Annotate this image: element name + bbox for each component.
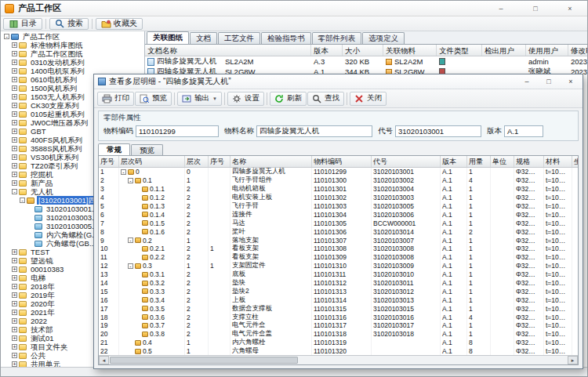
bom-row[interactable]: 9-0.21落地支架11010130731020103007A.11Φ32…t=… bbox=[99, 236, 578, 245]
expand-icon[interactable]: + bbox=[12, 146, 17, 151]
close-button[interactable]: × bbox=[564, 5, 575, 13]
doc-column-header[interactable]: 文档名称 bbox=[145, 45, 311, 56]
expand-icon[interactable]: + bbox=[12, 301, 17, 306]
tree-item[interactable]: +标准物料库图纸 bbox=[2, 41, 144, 49]
scroll-left-icon[interactable]: ◄ bbox=[99, 356, 109, 364]
scrollbar-thumb[interactable] bbox=[110, 357, 298, 364]
bom-column-header[interactable]: 规格 bbox=[514, 156, 544, 167]
print-button[interactable]: 打印 bbox=[97, 92, 134, 106]
expand-icon[interactable]: + bbox=[12, 68, 17, 74]
expand-icon[interactable]: + bbox=[12, 51, 17, 56]
expand-icon[interactable]: + bbox=[12, 137, 17, 143]
expand-icon[interactable]: + bbox=[12, 318, 17, 324]
settings-button[interactable]: 设置 bbox=[227, 92, 264, 106]
dialog-minimize-button[interactable]: – bbox=[522, 78, 532, 85]
expand-icon[interactable]: + bbox=[12, 327, 17, 332]
bom-column-header[interactable]: 代号 bbox=[372, 156, 441, 167]
material-code-field[interactable]: 110101299 bbox=[136, 125, 219, 137]
bom-row[interactable]: 100.2.121看板支架11010130831020103008A.11Φ32… bbox=[99, 245, 578, 253]
version-field[interactable]: A.1 bbox=[504, 125, 543, 137]
expand-icon[interactable]: + bbox=[12, 292, 17, 298]
tree-item[interactable]: +0310发动机系列 bbox=[2, 58, 144, 67]
bom-row[interactable]: 140.3.22垫块11010131231020103011A.11Φ32…t=… bbox=[99, 279, 578, 288]
bom-column-header[interactable]: 序号 bbox=[209, 156, 230, 167]
bom-row[interactable]: 12-0.311支架固定件11010131031020103009A.11Φ32… bbox=[99, 262, 578, 270]
dialog-tab[interactable]: 预览 bbox=[131, 144, 163, 155]
expand-icon[interactable]: + bbox=[12, 266, 17, 272]
dialog-close-button[interactable]: × bbox=[566, 78, 575, 85]
maximize-button[interactable]: □ bbox=[530, 5, 541, 13]
collapse-icon[interactable]: - bbox=[128, 178, 133, 183]
dialog-tab[interactable]: 常规 bbox=[98, 143, 130, 155]
expand-icon[interactable]: + bbox=[12, 180, 17, 186]
dialog-maximize-button[interactable]: □ bbox=[544, 78, 554, 85]
expand-icon[interactable]: + bbox=[12, 77, 17, 82]
bom-row[interactable]: 170.3.52数据盒支撑板11010131531020103015A.11Φ3… bbox=[99, 304, 578, 313]
expand-icon[interactable]: + bbox=[12, 172, 17, 177]
main-tab[interactable]: 文档 bbox=[190, 32, 217, 44]
doc-column-header[interactable]: 文件类型 bbox=[437, 45, 482, 56]
bom-row[interactable]: 130.3.12底板11010131131020103010A.11Φ32…t=… bbox=[99, 270, 578, 279]
collapse-icon[interactable]: - bbox=[128, 237, 133, 243]
bom-row[interactable]: 40.1.22电机安装上板11010130231020103003A.11Φ32… bbox=[99, 194, 578, 202]
search-button[interactable]: 搜索 bbox=[49, 18, 89, 30]
horizontal-scrollbar[interactable]: ◄ ► bbox=[99, 355, 578, 364]
doc-column-header[interactable]: 大小 bbox=[343, 45, 383, 56]
favorites-button[interactable]: 收藏夹 bbox=[96, 18, 143, 30]
expand-icon[interactable]: + bbox=[12, 275, 17, 281]
expand-icon[interactable]: + bbox=[12, 60, 17, 65]
scroll-right-icon[interactable]: ► bbox=[568, 356, 578, 364]
bom-row[interactable]: 50.1.32飞行手臂11010130331020103005A.11Φ32…t… bbox=[99, 202, 578, 211]
bom-row[interactable]: 210.41内六角螺栓110101319A.18Φ32…t=10… bbox=[99, 339, 578, 347]
bom-row[interactable]: 80.1.62桨叶11010130631020103014A.12Φ32…t=1… bbox=[99, 227, 578, 236]
material-name-field[interactable]: 四轴多旋翼无人机 bbox=[256, 125, 372, 137]
expand-icon[interactable]: + bbox=[12, 129, 17, 134]
refresh-button[interactable]: 刷新 bbox=[270, 92, 307, 106]
expand-icon[interactable]: + bbox=[12, 42, 17, 48]
bom-column-header[interactable]: 层次码 bbox=[119, 156, 185, 167]
bom-row[interactable]: 2-0.11飞行手臂组件11010130031020103002A.14Φ32…… bbox=[99, 176, 578, 185]
expand-icon[interactable]: + bbox=[12, 258, 17, 263]
find-button[interactable]: 查找 bbox=[307, 92, 344, 106]
doc-column-header[interactable]: 版本 bbox=[311, 45, 343, 56]
expand-icon[interactable]: + bbox=[12, 249, 17, 255]
bom-column-header[interactable]: 层次 bbox=[185, 156, 209, 167]
expand-icon[interactable]: + bbox=[12, 111, 17, 117]
tree-item[interactable]: -产品工作区 bbox=[2, 32, 144, 41]
collapse-icon[interactable]: - bbox=[12, 189, 17, 194]
collapse-icon[interactable]: - bbox=[4, 34, 9, 39]
expand-icon[interactable]: + bbox=[12, 284, 17, 289]
bom-row[interactable]: 180.3.62支撑立柱11010131631020103016A.14Φ32…… bbox=[99, 313, 578, 321]
bom-row[interactable]: 60.1.42连接件11010130431020103006A.11Φ32…t=… bbox=[99, 210, 578, 219]
bom-row[interactable]: 200.3.82电气元件盒盖11010131831020103018A.11Φ3… bbox=[99, 330, 578, 339]
close-button[interactable]: 关闭 bbox=[350, 92, 387, 106]
collapse-icon[interactable]: - bbox=[121, 169, 126, 175]
bom-column-header[interactable]: 版本 bbox=[441, 156, 467, 167]
minimize-button[interactable]: – bbox=[495, 5, 506, 13]
main-tab[interactable]: 选项定义 bbox=[362, 32, 405, 44]
preview-button[interactable]: 预览 bbox=[135, 92, 172, 106]
expand-icon[interactable]: + bbox=[12, 353, 17, 358]
expand-icon[interactable]: + bbox=[12, 94, 17, 100]
collapse-icon[interactable]: - bbox=[20, 198, 25, 203]
bom-row[interactable]: 150.3.32垫块211010131331020103012A.11Φ32…t… bbox=[99, 287, 578, 295]
doc-column-header[interactable]: 修改时间 bbox=[568, 45, 587, 56]
part-number-field[interactable]: 31020103001 bbox=[395, 125, 481, 137]
bom-row[interactable]: 190.3.72电气元件盒11010131731020103017A.11Φ32… bbox=[99, 321, 578, 330]
bom-column-header[interactable]: 名称 bbox=[230, 156, 312, 167]
expand-icon[interactable]: + bbox=[12, 163, 17, 169]
expand-icon[interactable]: + bbox=[12, 344, 17, 350]
collapse-icon[interactable]: - bbox=[128, 263, 133, 269]
bom-column-header[interactable]: 用量 bbox=[467, 156, 491, 167]
bom-column-header[interactable]: 序号 bbox=[99, 156, 119, 167]
tree-item[interactable]: +产品工作区图纸 bbox=[2, 49, 144, 58]
expand-icon[interactable]: + bbox=[12, 120, 17, 125]
main-tab[interactable]: 检验指导书 bbox=[261, 32, 311, 44]
expand-icon[interactable]: + bbox=[12, 335, 17, 341]
bom-row[interactable]: 110.2.22看板支架11010130931020103008A.11Φ32…… bbox=[99, 253, 578, 262]
bom-column-header[interactable]: 物料编码 bbox=[312, 156, 372, 167]
expand-icon[interactable]: + bbox=[12, 361, 17, 367]
expand-icon[interactable]: + bbox=[12, 310, 17, 315]
doc-column-header[interactable]: 使用用户 bbox=[526, 45, 568, 56]
bom-row[interactable]: 220.51六角螺母110101320A.18Φ32…t=10… bbox=[99, 347, 578, 355]
